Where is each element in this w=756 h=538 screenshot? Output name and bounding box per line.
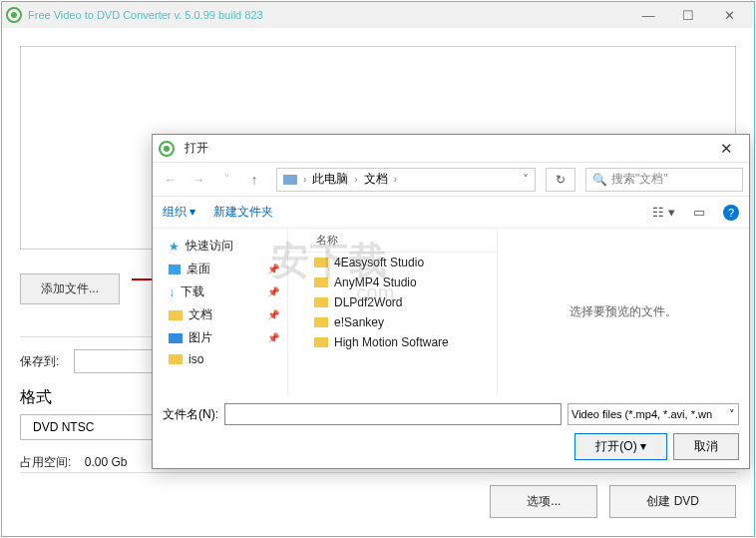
list-item[interactable]: High Motion Software xyxy=(288,332,497,352)
dialog-main: ★快速访问 桌面📌 ↓下载📌 文档📌 图片📌 iso 名称 4Easysoft … xyxy=(153,229,749,395)
dialog-toolbar: 组织 ▾ 新建文件夹 ☷ ▾ ▭ ? xyxy=(153,197,749,229)
folder-icon xyxy=(314,277,328,287)
crumb-docs[interactable]: 文档 xyxy=(364,171,388,188)
pictures-icon xyxy=(169,333,183,343)
folder-icon xyxy=(169,310,183,320)
list-item[interactable]: DLPdf2Word xyxy=(288,292,497,312)
open-button[interactable]: 打开(O) ▾ xyxy=(574,433,667,460)
file-area: 名称 4Easysoft Studio AnyMP4 Studio DLPdf2… xyxy=(288,229,749,395)
dialog-title: 打开 xyxy=(181,140,709,157)
sidebar-item-docs[interactable]: 文档📌 xyxy=(153,303,287,326)
download-icon: ↓ xyxy=(169,285,175,299)
nav-up-icon[interactable]: ↑ xyxy=(242,168,266,192)
sidebar-item-downloads[interactable]: ↓下载📌 xyxy=(153,280,287,303)
search-placeholder: 搜索"文档" xyxy=(611,171,668,188)
organize-menu[interactable]: 组织 ▾ xyxy=(163,204,195,221)
folder-icon xyxy=(314,297,328,307)
maximize-button[interactable]: ☐ xyxy=(668,3,708,27)
sidebar-item-desktop[interactable]: 桌面📌 xyxy=(153,258,287,280)
sidebar-item-label: 文档 xyxy=(189,306,212,323)
dialog-buttons: 打开(O) ▾ 取消 xyxy=(163,433,739,460)
sidebar-item-label: iso xyxy=(189,352,203,366)
refresh-button[interactable]: ↻ xyxy=(546,168,575,192)
chevron-right-icon: › xyxy=(303,174,306,185)
file-name: e!Sankey xyxy=(334,315,384,329)
file-list: 名称 4Easysoft Studio AnyMP4 Studio DLPdf2… xyxy=(288,229,498,395)
nav-row: ← → ˅ ↑ › 此电脑 › 文档 › ˅ ↻ 🔍 搜索"文档" xyxy=(153,163,749,197)
filename-row: 文件名(N): Video files (*.mp4, *.avi, *.wn˅ xyxy=(163,403,739,425)
dialog-bottom: 文件名(N): Video files (*.mp4, *.avi, *.wn˅… xyxy=(153,395,749,468)
space-label: 占用空间: xyxy=(20,455,71,469)
create-dvd-button[interactable]: 创建 DVD xyxy=(609,485,736,518)
app-icon xyxy=(6,7,22,23)
star-icon: ★ xyxy=(169,240,180,254)
sidebar-item-pictures[interactable]: 图片📌 xyxy=(153,326,287,349)
chevron-right-icon: › xyxy=(394,174,397,185)
dialog-titlebar: 打开 ✕ xyxy=(153,135,749,163)
list-item[interactable]: e!Sankey xyxy=(288,312,497,332)
search-icon: 🔍 xyxy=(592,173,607,187)
preview-pane-icon[interactable]: ▭ xyxy=(693,205,705,220)
options-button[interactable]: 选项... xyxy=(490,485,597,518)
format-label: 格式 xyxy=(20,387,74,408)
nav-back-icon[interactable]: ← xyxy=(159,168,183,192)
cancel-button[interactable]: 取消 xyxy=(673,433,739,460)
desktop-icon xyxy=(169,265,181,274)
file-open-dialog: 打开 ✕ ← → ˅ ↑ › 此电脑 › 文档 › ˅ ↻ 🔍 搜索"文档" 组… xyxy=(152,134,750,469)
add-file-button[interactable]: 添加文件... xyxy=(20,273,120,304)
filetype-filter[interactable]: Video files (*.mp4, *.avi, *.wn˅ xyxy=(567,403,739,425)
help-icon[interactable]: ? xyxy=(723,205,739,221)
column-header[interactable]: 名称 xyxy=(288,229,497,253)
sidebar: ★快速访问 桌面📌 ↓下载📌 文档📌 图片📌 iso xyxy=(153,229,288,395)
bottom-bar: 选项... 创建 DVD xyxy=(20,472,736,518)
dialog-close-button[interactable]: ✕ xyxy=(709,140,743,158)
folder-icon xyxy=(169,354,183,364)
crumb-root[interactable]: 此电脑 xyxy=(312,171,348,188)
chevron-down-icon: ˅ xyxy=(729,408,735,421)
file-name: 4Easysoft Studio xyxy=(334,256,424,269)
close-button[interactable]: ✕ xyxy=(708,3,750,27)
folder-icon xyxy=(314,337,328,347)
filename-label: 文件名(N): xyxy=(163,406,218,423)
file-name: High Motion Software xyxy=(334,335,449,349)
preview-message: 选择要预览的文件。 xyxy=(569,303,677,320)
save-to-label: 保存到: xyxy=(20,353,74,370)
sidebar-item-label: 下载 xyxy=(181,283,204,300)
new-folder-button[interactable]: 新建文件夹 xyxy=(213,204,273,221)
preview-pane: 选择要预览的文件。 xyxy=(498,229,749,395)
sidebar-item-iso[interactable]: iso xyxy=(153,349,287,369)
pin-icon: 📌 xyxy=(267,286,279,297)
search-input[interactable]: 🔍 搜索"文档" xyxy=(585,168,743,192)
file-name: AnyMP4 Studio xyxy=(334,275,417,289)
list-item[interactable]: 4Easysoft Studio xyxy=(288,253,497,272)
nav-forward-icon[interactable]: → xyxy=(187,168,210,192)
folder-icon xyxy=(314,317,328,327)
folder-icon xyxy=(314,258,328,268)
sidebar-item-label: 快速访问 xyxy=(186,238,233,255)
pc-icon xyxy=(283,175,297,185)
sidebar-item-quickaccess[interactable]: ★快速访问 xyxy=(153,235,287,258)
pin-icon: 📌 xyxy=(267,264,279,274)
view-mode-icon[interactable]: ☷ ▾ xyxy=(652,205,675,220)
chevron-down-icon[interactable]: ˅ xyxy=(523,173,529,187)
dialog-app-icon xyxy=(159,141,175,157)
list-item[interactable]: AnyMP4 Studio xyxy=(288,272,497,292)
minimize-button[interactable]: — xyxy=(628,3,668,27)
filename-input[interactable] xyxy=(224,403,562,425)
app-title: Free Video to DVD Converter v. 5.0.99 bu… xyxy=(28,9,628,21)
space-value: 0.00 Gb xyxy=(85,455,128,469)
sidebar-item-label: 桌面 xyxy=(187,261,210,277)
nav-recent-icon[interactable]: ˅ xyxy=(214,168,238,192)
sidebar-item-label: 图片 xyxy=(189,329,212,346)
main-titlebar: Free Video to DVD Converter v. 5.0.99 bu… xyxy=(2,2,754,28)
breadcrumb[interactable]: › 此电脑 › 文档 › ˅ xyxy=(276,168,536,192)
pin-icon: 📌 xyxy=(267,332,279,343)
window-controls: — ☐ ✕ xyxy=(628,3,750,27)
pin-icon: 📌 xyxy=(267,309,279,320)
file-name: DLPdf2Word xyxy=(334,295,402,309)
chevron-right-icon: › xyxy=(354,174,357,185)
